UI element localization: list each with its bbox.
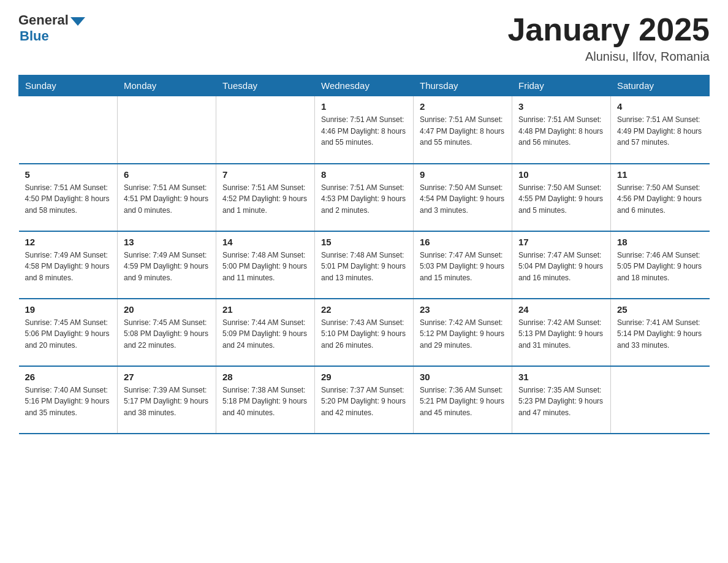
calendar-cell: 31Sunrise: 7:35 AM Sunset: 5:23 PM Dayli… — [512, 366, 611, 434]
calendar-cell: 24Sunrise: 7:42 AM Sunset: 5:13 PM Dayli… — [512, 299, 611, 366]
calendar-cell: 10Sunrise: 7:50 AM Sunset: 4:55 PM Dayli… — [512, 164, 611, 231]
header-day-sunday: Sunday — [19, 75, 118, 96]
day-info: Sunrise: 7:51 AM Sunset: 4:51 PM Dayligh… — [124, 182, 210, 216]
calendar-cell: 8Sunrise: 7:51 AM Sunset: 4:53 PM Daylig… — [315, 164, 414, 231]
day-info: Sunrise: 7:48 AM Sunset: 5:00 PM Dayligh… — [222, 250, 308, 284]
day-info: Sunrise: 7:38 AM Sunset: 5:18 PM Dayligh… — [222, 385, 308, 419]
calendar-cell — [611, 366, 710, 434]
day-number: 6 — [124, 169, 210, 180]
day-number: 9 — [420, 169, 506, 180]
day-number: 18 — [617, 237, 703, 247]
header-day-tuesday: Tuesday — [216, 75, 315, 96]
day-info: Sunrise: 7:51 AM Sunset: 4:49 PM Dayligh… — [617, 114, 703, 148]
week-row-2: 5Sunrise: 7:51 AM Sunset: 4:50 PM Daylig… — [19, 164, 710, 231]
day-number: 15 — [321, 237, 407, 247]
day-info: Sunrise: 7:44 AM Sunset: 5:09 PM Dayligh… — [222, 317, 308, 351]
calendar-cell: 12Sunrise: 7:49 AM Sunset: 4:58 PM Dayli… — [19, 231, 118, 299]
day-info: Sunrise: 7:45 AM Sunset: 5:06 PM Dayligh… — [25, 317, 112, 351]
calendar-cell: 21Sunrise: 7:44 AM Sunset: 5:09 PM Dayli… — [216, 299, 315, 366]
day-number: 14 — [222, 237, 308, 247]
day-info: Sunrise: 7:49 AM Sunset: 4:59 PM Dayligh… — [124, 250, 210, 284]
day-info: Sunrise: 7:40 AM Sunset: 5:16 PM Dayligh… — [25, 385, 112, 419]
calendar-cell: 30Sunrise: 7:36 AM Sunset: 5:21 PM Dayli… — [414, 366, 512, 434]
day-info: Sunrise: 7:37 AM Sunset: 5:20 PM Dayligh… — [321, 385, 407, 419]
day-info: Sunrise: 7:51 AM Sunset: 4:46 PM Dayligh… — [321, 114, 407, 148]
calendar-table: SundayMondayTuesdayWednesdayThursdayFrid… — [18, 75, 710, 434]
day-number: 7 — [222, 169, 308, 180]
day-number: 28 — [222, 372, 308, 382]
day-number: 20 — [124, 304, 210, 315]
calendar-header-row: SundayMondayTuesdayWednesdayThursdayFrid… — [19, 75, 710, 96]
day-number: 21 — [222, 304, 308, 315]
calendar-cell: 16Sunrise: 7:47 AM Sunset: 5:03 PM Dayli… — [414, 231, 512, 299]
day-number: 10 — [518, 169, 604, 180]
calendar-cell: 6Sunrise: 7:51 AM Sunset: 4:51 PM Daylig… — [118, 164, 216, 231]
calendar-cell: 22Sunrise: 7:43 AM Sunset: 5:10 PM Dayli… — [315, 299, 414, 366]
day-number: 19 — [25, 304, 112, 315]
calendar-cell: 18Sunrise: 7:46 AM Sunset: 5:05 PM Dayli… — [611, 231, 710, 299]
calendar-cell: 15Sunrise: 7:48 AM Sunset: 5:01 PM Dayli… — [315, 231, 414, 299]
calendar-cell: 27Sunrise: 7:39 AM Sunset: 5:17 PM Dayli… — [118, 366, 216, 434]
day-number: 30 — [420, 372, 506, 382]
week-row-3: 12Sunrise: 7:49 AM Sunset: 4:58 PM Dayli… — [19, 231, 710, 299]
day-number: 5 — [25, 169, 112, 180]
logo-general-text: General — [18, 12, 69, 28]
calendar-cell: 17Sunrise: 7:47 AM Sunset: 5:04 PM Dayli… — [512, 231, 611, 299]
calendar-title: January 2025 — [507, 12, 710, 47]
header-day-friday: Friday — [512, 75, 611, 96]
day-info: Sunrise: 7:51 AM Sunset: 4:52 PM Dayligh… — [222, 182, 308, 216]
calendar-cell: 2Sunrise: 7:51 AM Sunset: 4:47 PM Daylig… — [414, 96, 512, 164]
page-header: General Blue January 2025 Alunisu, Ilfov… — [18, 12, 710, 64]
logo-blue-text: Blue — [20, 28, 49, 44]
day-info: Sunrise: 7:36 AM Sunset: 5:21 PM Dayligh… — [420, 385, 506, 419]
day-number: 16 — [420, 237, 506, 247]
day-info: Sunrise: 7:50 AM Sunset: 4:55 PM Dayligh… — [518, 182, 604, 216]
calendar-cell: 1Sunrise: 7:51 AM Sunset: 4:46 PM Daylig… — [315, 96, 414, 164]
day-number: 26 — [25, 372, 112, 382]
day-info: Sunrise: 7:51 AM Sunset: 4:53 PM Dayligh… — [321, 182, 407, 216]
day-info: Sunrise: 7:45 AM Sunset: 5:08 PM Dayligh… — [124, 317, 210, 351]
header-day-thursday: Thursday — [414, 75, 512, 96]
header-day-monday: Monday — [118, 75, 216, 96]
day-number: 31 — [518, 372, 604, 382]
day-info: Sunrise: 7:51 AM Sunset: 4:47 PM Dayligh… — [420, 114, 506, 148]
day-info: Sunrise: 7:41 AM Sunset: 5:14 PM Dayligh… — [617, 317, 703, 351]
calendar-cell: 4Sunrise: 7:51 AM Sunset: 4:49 PM Daylig… — [611, 96, 710, 164]
header-day-wednesday: Wednesday — [315, 75, 414, 96]
calendar-cell: 13Sunrise: 7:49 AM Sunset: 4:59 PM Dayli… — [118, 231, 216, 299]
day-info: Sunrise: 7:50 AM Sunset: 4:56 PM Dayligh… — [617, 182, 703, 216]
day-info: Sunrise: 7:47 AM Sunset: 5:03 PM Dayligh… — [420, 250, 506, 284]
day-info: Sunrise: 7:49 AM Sunset: 4:58 PM Dayligh… — [25, 250, 112, 284]
calendar-cell: 25Sunrise: 7:41 AM Sunset: 5:14 PM Dayli… — [611, 299, 710, 366]
calendar-cell: 23Sunrise: 7:42 AM Sunset: 5:12 PM Dayli… — [414, 299, 512, 366]
logo: General Blue — [18, 12, 85, 44]
day-number: 23 — [420, 304, 506, 315]
day-number: 2 — [420, 101, 506, 112]
day-number: 22 — [321, 304, 407, 315]
day-number: 29 — [321, 372, 407, 382]
calendar-location: Alunisu, Ilfov, Romania — [507, 50, 710, 64]
calendar-cell — [216, 96, 315, 164]
day-info: Sunrise: 7:47 AM Sunset: 5:04 PM Dayligh… — [518, 250, 604, 284]
day-info: Sunrise: 7:42 AM Sunset: 5:12 PM Dayligh… — [420, 317, 506, 351]
day-number: 24 — [518, 304, 604, 315]
day-number: 4 — [617, 101, 703, 112]
calendar-cell: 14Sunrise: 7:48 AM Sunset: 5:00 PM Dayli… — [216, 231, 315, 299]
day-number: 17 — [518, 237, 604, 247]
calendar-cell: 5Sunrise: 7:51 AM Sunset: 4:50 PM Daylig… — [19, 164, 118, 231]
day-number: 25 — [617, 304, 703, 315]
calendar-cell — [118, 96, 216, 164]
calendar-cell: 9Sunrise: 7:50 AM Sunset: 4:54 PM Daylig… — [414, 164, 512, 231]
week-row-5: 26Sunrise: 7:40 AM Sunset: 5:16 PM Dayli… — [19, 366, 710, 434]
day-info: Sunrise: 7:42 AM Sunset: 5:13 PM Dayligh… — [518, 317, 604, 351]
day-info: Sunrise: 7:48 AM Sunset: 5:01 PM Dayligh… — [321, 250, 407, 284]
day-info: Sunrise: 7:51 AM Sunset: 4:48 PM Dayligh… — [518, 114, 604, 148]
day-number: 8 — [321, 169, 407, 180]
day-number: 27 — [124, 372, 210, 382]
calendar-cell: 29Sunrise: 7:37 AM Sunset: 5:20 PM Dayli… — [315, 366, 414, 434]
day-number: 11 — [617, 169, 703, 180]
day-info: Sunrise: 7:35 AM Sunset: 5:23 PM Dayligh… — [518, 385, 604, 419]
logo-arrow-icon — [70, 17, 85, 26]
day-number: 13 — [124, 237, 210, 247]
day-number: 12 — [25, 237, 112, 247]
